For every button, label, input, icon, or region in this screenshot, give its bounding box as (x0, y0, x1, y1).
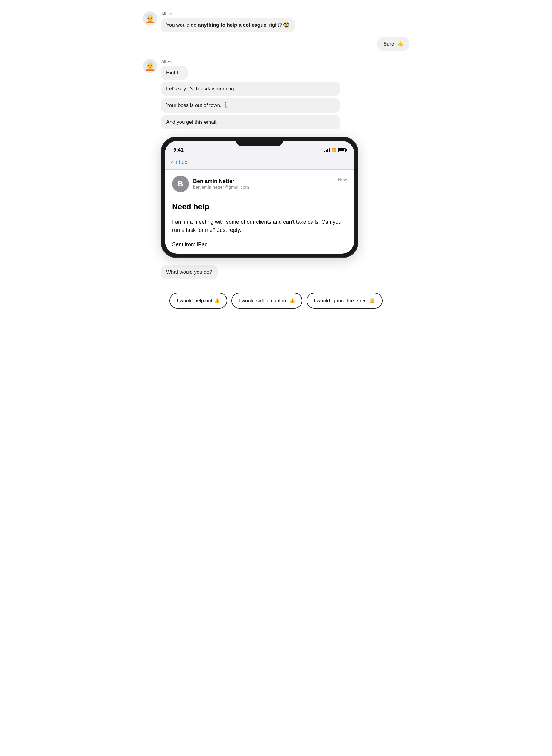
inbox-back-label: Inbox (174, 159, 187, 165)
albert-avatar-2: 🧑‍🦳 (143, 59, 157, 73)
choices-row: I would help out 👍 I would call to confi… (143, 288, 409, 312)
bubble-msg5: Your boss is out of town. 🚶 (161, 98, 340, 113)
albert-indent-bubbles: Let's say it's Tuesday morning. Your bos… (161, 82, 409, 129)
albert-row-2: 🧑‍🦳 Albert Right... (143, 59, 409, 80)
sender-avatar: B (172, 176, 189, 192)
albert-row-1: 🧑‍🦳 Albert You would do anything to help… (143, 11, 409, 32)
email-sender-row: B Benjamin Netter benjamin.netter@gmail.… (172, 176, 347, 197)
phone-frame: 9:41 📶 (161, 136, 358, 258)
signal-bar-3 (327, 149, 328, 152)
back-chevron-icon: ‹ (171, 159, 173, 166)
status-time: 9:41 (173, 147, 183, 153)
inbox-back-button[interactable]: ‹ Inbox (171, 159, 348, 166)
battery-fill (339, 149, 344, 151)
sender-email: benjamin.netter@gmail.com (193, 185, 334, 190)
bubble-question: What would you do? (161, 265, 218, 280)
bubble-msg1: You would do anything to help a colleagu… (161, 18, 295, 32)
choice-button-3[interactable]: I would ignore the email 🧑‍🦳 (306, 293, 382, 309)
email-area: B Benjamin Netter benjamin.netter@gmail.… (165, 170, 354, 254)
wifi-icon: 📶 (331, 148, 336, 152)
chat-container: 🧑‍🦳 Albert You would do anything to help… (143, 6, 409, 312)
albert-name-2: Albert (161, 59, 188, 64)
battery-icon (338, 148, 346, 152)
choice-button-2[interactable]: I would call to confirm 👍 (232, 293, 302, 309)
signal-bar-1 (324, 151, 325, 152)
choice-button-1[interactable]: I would help out 👍 (169, 293, 227, 309)
albert-name-1: Albert (161, 11, 295, 16)
bubble-user-1: Sure! 👍 (378, 37, 409, 50)
email-time: Now (338, 176, 347, 182)
inbox-header[interactable]: ‹ Inbox (165, 156, 354, 170)
question-bubble: What would you do? (161, 265, 409, 280)
bubble-msg3: Right... (161, 66, 188, 80)
sender-name: Benjamin Netter (193, 178, 334, 185)
signal-bars-icon (324, 148, 329, 152)
phone-screen: 9:41 📶 (165, 141, 354, 254)
albert-message-group-2: Albert Right... (161, 59, 188, 80)
email-subject: Need help (172, 202, 347, 211)
user-row-1: Sure! 👍 (143, 37, 409, 50)
email-body: I am in a meeting with some of our clien… (172, 218, 347, 234)
signal-bar-4 (329, 148, 329, 152)
albert-message-group-1: Albert You would do anything to help a c… (161, 11, 295, 32)
sender-info: Benjamin Netter benjamin.netter@gmail.co… (193, 178, 334, 190)
signal-bar-2 (326, 150, 326, 152)
bubble-msg6: And you get this email. (161, 115, 340, 129)
phone-notch (236, 136, 283, 146)
phone-wrapper: 9:41 📶 (161, 136, 409, 258)
status-icons: 📶 (324, 148, 346, 152)
albert-avatar-1: 🧑‍🦳 (143, 11, 157, 26)
email-footer: Sent from iPad (172, 241, 347, 248)
bubble-msg4: Let's say it's Tuesday morning. (161, 82, 340, 96)
